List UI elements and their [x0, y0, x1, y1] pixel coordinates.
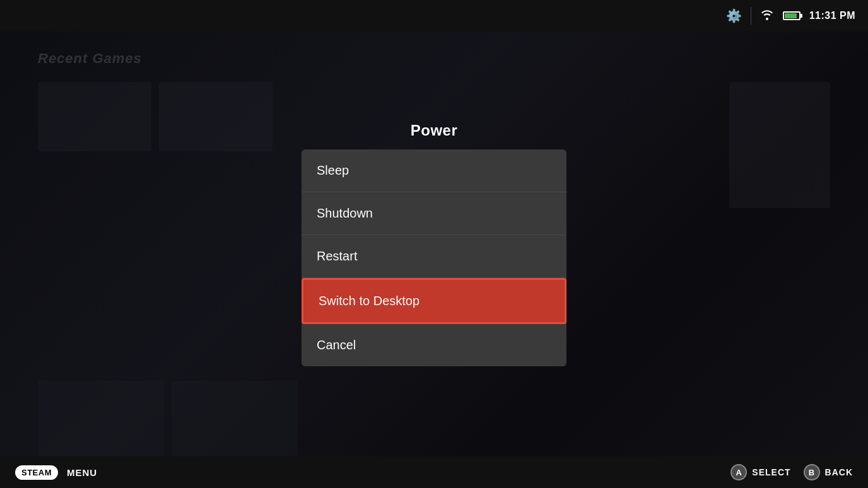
b-button[interactable]: B [804, 464, 820, 480]
power-menu-item-cancel[interactable]: Cancel [302, 324, 566, 366]
time-display: 11:31 PM [809, 10, 855, 21]
main-content: Recent Games Power Sleep Shutdown Restar… [0, 32, 868, 456]
steam-badge[interactable]: STEAM [15, 465, 58, 480]
power-menu-item-switch-to-desktop[interactable]: Switch to Desktop [302, 278, 566, 324]
back-label: BACK [825, 467, 853, 477]
top-bar: ⚙️ 11:31 PM [0, 0, 868, 32]
power-dialog-title: Power [302, 122, 566, 139]
bottom-left: STEAM MENU [15, 465, 97, 480]
bottom-right: A SELECT B BACK [730, 464, 853, 480]
back-hint: B BACK [804, 464, 853, 480]
top-bar-right: ⚙️ 11:31 PM [726, 7, 855, 25]
divider [751, 7, 751, 25]
bottom-bar: STEAM MENU A SELECT B BACK [0, 456, 868, 488]
wifi-icon [760, 9, 774, 23]
select-label: SELECT [752, 467, 790, 477]
menu-label: MENU [67, 467, 97, 478]
a-button[interactable]: A [730, 464, 747, 480]
gear-icon[interactable]: ⚙️ [726, 8, 742, 23]
power-menu-item-restart[interactable]: Restart [302, 235, 566, 278]
power-menu-item-sleep[interactable]: Sleep [302, 149, 566, 192]
power-menu: Sleep Shutdown Restart Switch to Desktop… [302, 149, 566, 366]
select-hint: A SELECT [730, 464, 790, 480]
power-dialog: Power Sleep Shutdown Restart Switch to D… [302, 122, 566, 366]
battery-indicator [783, 11, 801, 20]
power-menu-item-shutdown[interactable]: Shutdown [302, 192, 566, 235]
battery-icon [783, 11, 801, 20]
